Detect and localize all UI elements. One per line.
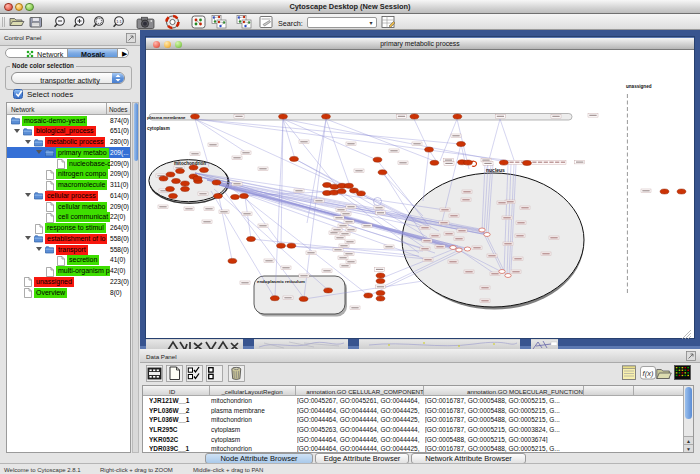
svg-text:endoplasmic reticulum: endoplasmic reticulum bbox=[257, 279, 305, 284]
svg-text:1:1: 1:1 bbox=[116, 19, 122, 24]
svg-text:nucleus: nucleus bbox=[486, 167, 505, 173]
svg-text:unassigned: unassigned bbox=[626, 84, 652, 89]
svg-text:f(x): f(x) bbox=[643, 369, 654, 378]
svg-text:plasma membrane: plasma membrane bbox=[147, 115, 186, 120]
svg-text:mitochondrion: mitochondrion bbox=[174, 161, 206, 166]
svg-text:cytoplasm: cytoplasm bbox=[147, 126, 170, 131]
